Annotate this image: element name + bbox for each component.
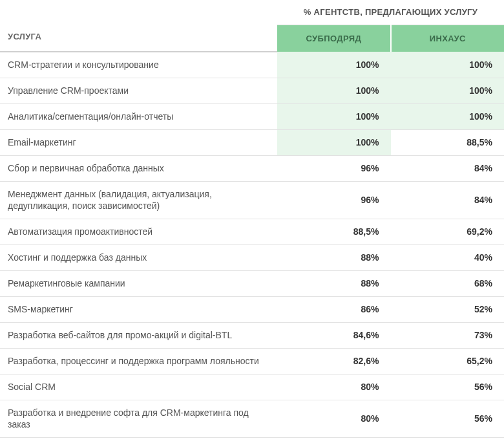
value-inhouse: 100% [391, 103, 505, 129]
value-inhouse: 68% [391, 271, 505, 297]
table-row: Сбор и первичная обработка данных96%84% [0, 155, 504, 181]
service-name: DM (direct mail) [0, 438, 277, 445]
value-inhouse: 84% [391, 181, 505, 219]
table-row: Ремаркетинговые кампании88%68% [0, 271, 504, 297]
header-service: УСЛУГА [0, 0, 277, 52]
value-subcontract: 88,5% [277, 219, 391, 245]
value-subcontract: 100% [277, 78, 391, 103]
table-row: DM (direct mail)72%36% [0, 438, 504, 445]
table-row: Менеджмент данных (валидация, актуализац… [0, 181, 504, 219]
value-subcontract: 72% [277, 438, 391, 445]
value-subcontract: 86% [277, 297, 391, 323]
table-row: Аналитика/сегментация/онлайн-отчеты100%1… [0, 103, 504, 129]
service-name: Разработка и внедрение софта для CRM-мар… [0, 400, 277, 438]
table-row: Автоматизация промоактивностей88,5%69,2% [0, 219, 504, 245]
value-inhouse: 40% [391, 245, 505, 271]
value-inhouse: 36% [391, 438, 505, 445]
table-row: SMS-маркетинг86%52% [0, 297, 504, 323]
value-inhouse: 88,5% [391, 129, 505, 155]
value-subcontract: 80% [277, 400, 391, 438]
service-name: Разработка веб-сайтов для промо-акций и … [0, 322, 277, 348]
table-row: Email-маркетинг100%88,5% [0, 129, 504, 155]
value-subcontract: 84,6% [277, 322, 391, 348]
services-table: УСЛУГА % АГЕНТСТВ, ПРЕДЛАГАЮЩИХ УСЛУГУ С… [0, 0, 504, 445]
table-row: Разработка и внедрение софта для CRM-мар… [0, 400, 504, 438]
value-inhouse: 100% [391, 52, 505, 78]
service-name: CRM-стратегии и консультирование [0, 52, 277, 78]
value-inhouse: 84% [391, 155, 505, 181]
value-subcontract: 80% [277, 374, 391, 400]
service-name: Хостинг и поддержка баз данных [0, 245, 277, 271]
service-name: Менеджмент данных (валидация, актуализац… [0, 181, 277, 219]
service-name: Email-маркетинг [0, 129, 277, 155]
service-name: Разработка, процессинг и поддержка прогр… [0, 348, 277, 374]
value-inhouse: 56% [391, 400, 505, 438]
table-row: Разработка веб-сайтов для промо-акций и … [0, 322, 504, 348]
service-name: Ремаркетинговые кампании [0, 271, 277, 297]
table-row: Social CRM80%56% [0, 374, 504, 400]
service-name: Автоматизация промоактивностей [0, 219, 277, 245]
service-name: SMS-маркетинг [0, 297, 277, 323]
value-inhouse: 100% [391, 78, 505, 103]
value-subcontract: 100% [277, 129, 391, 155]
service-name: Social CRM [0, 374, 277, 400]
table-body: CRM-стратегии и консультирование100%100%… [0, 52, 504, 445]
header-group: % АГЕНТСТВ, ПРЕДЛАГАЮЩИХ УСЛУГУ [277, 0, 504, 25]
table-row: Хостинг и поддержка баз данных88%40% [0, 245, 504, 271]
service-name: Аналитика/сегментация/онлайн-отчеты [0, 103, 277, 129]
value-subcontract: 88% [277, 271, 391, 297]
value-inhouse: 56% [391, 374, 505, 400]
value-subcontract: 96% [277, 155, 391, 181]
value-inhouse: 69,2% [391, 219, 505, 245]
value-subcontract: 82,6% [277, 348, 391, 374]
table-row: Управление CRM-проектами100%100% [0, 78, 504, 103]
table-row: CRM-стратегии и консультирование100%100% [0, 52, 504, 78]
value-inhouse: 65,2% [391, 348, 505, 374]
value-inhouse: 52% [391, 297, 505, 323]
header-col-subcontract: СУБПОДРЯД [277, 25, 391, 52]
header-col-inhouse: ИНХАУС [391, 25, 505, 52]
value-subcontract: 96% [277, 181, 391, 219]
table-row: Разработка, процессинг и поддержка прогр… [0, 348, 504, 374]
value-subcontract: 100% [277, 52, 391, 78]
value-subcontract: 100% [277, 103, 391, 129]
value-inhouse: 73% [391, 322, 505, 348]
service-name: Управление CRM-проектами [0, 78, 277, 103]
service-name: Сбор и первичная обработка данных [0, 155, 277, 181]
value-subcontract: 88% [277, 245, 391, 271]
